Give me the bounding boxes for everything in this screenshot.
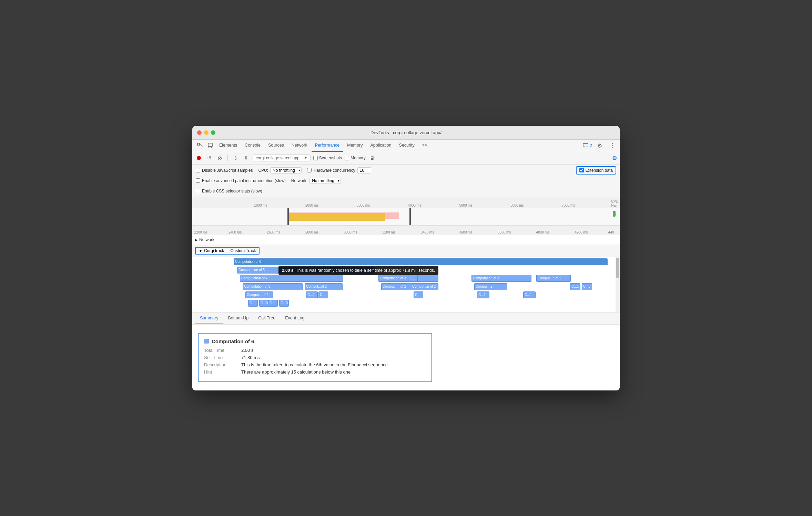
- extension-data-option[interactable]: Extension data: [576, 166, 616, 175]
- settings-icon[interactable]: ⚙: [595, 141, 605, 150]
- btab-bottom-up[interactable]: Bottom-Up: [223, 312, 253, 324]
- flame-label: C...0: [583, 285, 590, 288]
- flame-bar-comp2-b[interactable]: Comput... of 2: [245, 291, 273, 298]
- tab-sources[interactable]: Sources: [265, 139, 287, 152]
- flame-bar-comp2-d[interactable]: Comput...n of 2: [411, 283, 438, 290]
- settings-gear-icon[interactable]: ⚙: [612, 155, 617, 161]
- flame-bar-c1-a[interactable]: C...1: [306, 291, 318, 298]
- flame-bar-c-right[interactable]: C...: [408, 275, 418, 282]
- flame-bar-c0-c[interactable]: C...0: [279, 300, 289, 307]
- options-row-3: Enable CSS selector stats (slow): [196, 187, 616, 196]
- chat-badge-button[interactable]: 2: [583, 143, 592, 148]
- network-select[interactable]: No throttling: [309, 178, 341, 184]
- download-button[interactable]: ⇩: [242, 154, 250, 162]
- custom-track-toggle[interactable]: ▼ Corgi track — Custom Track: [195, 247, 260, 255]
- flame-bar-comp4[interactable]: Computation of 4: [240, 275, 343, 282]
- hardware-checkbox[interactable]: [307, 168, 312, 172]
- summary-panel: Computation of 6 Total Time 2.00 s Self …: [192, 325, 620, 390]
- cpu-select-wrap[interactable]: No throttling: [270, 167, 302, 173]
- tab-elements[interactable]: Elements: [216, 139, 241, 152]
- cpu-label-ruler: CPU: [611, 200, 618, 204]
- flame-bar-cdot-b[interactable]: C...: [248, 300, 258, 307]
- memory-checkbox[interactable]: [345, 156, 349, 160]
- disable-js-option[interactable]: Disable JavaScript samples: [196, 168, 253, 173]
- flame-tooltip: 2.00 s This is was randomly chosen to ta…: [278, 266, 438, 275]
- flame-chart[interactable]: Computation of 6 Computation of 5 Comput…: [192, 257, 620, 312]
- disable-js-checkbox[interactable]: [196, 168, 200, 172]
- minimize-button[interactable]: [204, 130, 209, 135]
- flame-label: C...1: [525, 293, 532, 297]
- flame-bar-cdot-a[interactable]: C...: [318, 291, 328, 298]
- ruler-3000: 3000 ms: [357, 204, 370, 207]
- screenshots-checkbox[interactable]: [313, 156, 318, 160]
- tab-console[interactable]: Console: [241, 139, 264, 152]
- tab-security[interactable]: Security: [396, 139, 418, 152]
- css-selector-checkbox[interactable]: [196, 189, 200, 193]
- network-label-text: Network: [199, 237, 214, 242]
- hardware-value-input[interactable]: 10: [357, 167, 371, 173]
- ext-data-checkbox[interactable]: [579, 168, 584, 172]
- screenshots-checkbox-wrap[interactable]: Screenshots: [313, 156, 342, 160]
- reload-record-button[interactable]: ↺: [205, 154, 213, 162]
- tab-application[interactable]: Application: [367, 139, 395, 152]
- network-track-row: ▶ Network: [192, 235, 620, 245]
- ruler-1000: 1000 ms: [254, 204, 267, 207]
- flame-label: Computation of 6: [235, 260, 261, 264]
- advanced-paint-checkbox[interactable]: [196, 178, 200, 183]
- clear-button[interactable]: ⊘: [216, 154, 223, 162]
- hint-key: Hint: [204, 369, 238, 375]
- record-button[interactable]: [195, 154, 203, 162]
- flame-bar-c1-row5[interactable]: C...1: [523, 291, 536, 298]
- flame-bar-comp2-e[interactable]: Compu... 2: [474, 283, 507, 290]
- tab-performance[interactable]: Performance: [312, 139, 343, 152]
- cpu-select[interactable]: No throttling: [270, 167, 302, 173]
- flame-bar-c0-b[interactable]: C...0: [582, 283, 592, 290]
- memory-label: Memory: [351, 156, 365, 160]
- flame-bar-comp2-a[interactable]: Comput...of 2: [305, 283, 343, 290]
- btab-call-tree[interactable]: Call Tree: [253, 312, 280, 324]
- flame-bar-cdot-c[interactable]: C...: [414, 291, 423, 298]
- green-indicator: [613, 211, 616, 217]
- flame-scrollbar-thumb[interactable]: [616, 258, 619, 278]
- tab-network[interactable]: Network: [288, 139, 311, 152]
- flame-bar-comp3-a[interactable]: Computation of 3: [243, 283, 303, 290]
- selection-handle-right[interactable]: [409, 208, 411, 225]
- capture-icon[interactable]: 🖥: [368, 154, 376, 162]
- network-track-label[interactable]: ▶ Network: [192, 237, 234, 242]
- svg-rect-1: [208, 143, 212, 147]
- flame-label: Comput...n of 2: [538, 276, 561, 280]
- flame-label: Comput... of 2: [247, 293, 268, 297]
- close-button[interactable]: [197, 130, 202, 135]
- device-icon[interactable]: [205, 141, 215, 150]
- selection-handle-left[interactable]: [287, 208, 289, 225]
- network-select-wrap[interactable]: No throttling: [309, 178, 341, 184]
- network-label: Network:: [291, 178, 307, 183]
- btab-event-log[interactable]: Event Log: [280, 312, 309, 324]
- memory-checkbox-wrap[interactable]: Memory: [345, 156, 365, 160]
- flame-label: Comput...n of 2: [383, 285, 406, 288]
- css-selector-option[interactable]: Enable CSS selector stats (slow): [196, 189, 262, 194]
- btab-summary[interactable]: Summary: [195, 312, 223, 324]
- flame-bar-comp2-f[interactable]: Comput...n of 2: [536, 275, 571, 282]
- cpu-option: CPU: No throttling: [258, 167, 302, 173]
- ruler-2000: 2000 ms: [305, 204, 318, 207]
- flame-bar-c1-c[interactable]: C...1: [570, 283, 580, 290]
- more-options-icon[interactable]: ⋮: [607, 141, 617, 150]
- track-area: ▶ Network ▼ Corgi track — Custom Track: [192, 235, 620, 257]
- advanced-paint-option[interactable]: Enable advanced paint instrumentation (s…: [196, 178, 286, 183]
- flame-bar-comp3-c[interactable]: Computation of 3: [471, 275, 531, 282]
- flame-bar-c1-b[interactable]: C...1: [477, 291, 489, 298]
- flame-scrollbar[interactable]: [616, 257, 620, 312]
- upload-button[interactable]: ⇧: [232, 154, 240, 162]
- tab-memory[interactable]: Memory: [344, 139, 366, 152]
- timeline-overview[interactable]: [192, 208, 620, 226]
- total-time-val: 2.00 s: [241, 348, 253, 353]
- tab-more[interactable]: >>: [419, 139, 431, 152]
- maximize-button[interactable]: [211, 130, 215, 135]
- inspect-icon[interactable]: [195, 141, 205, 150]
- flame-label: Computation of 4: [241, 276, 267, 280]
- flame-bar-cdot-d[interactable]: C...: [268, 300, 278, 307]
- flame-bar-c0-a[interactable]: C...0: [259, 300, 269, 307]
- flame-bar-comp6[interactable]: Computation of 6: [234, 258, 608, 265]
- summary-total-time-row: Total Time 2.00 s: [204, 348, 426, 353]
